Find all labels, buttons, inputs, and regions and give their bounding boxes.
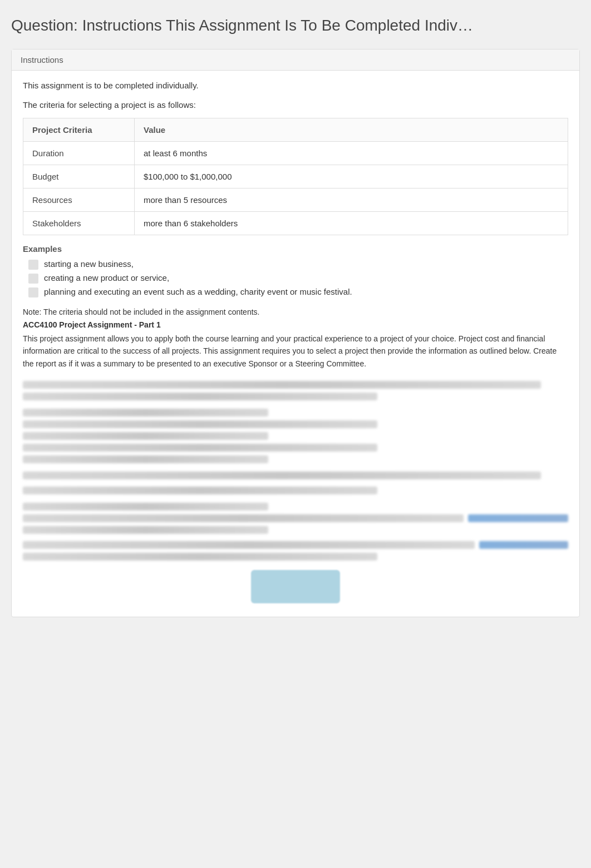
blurred-link	[468, 514, 568, 522]
list-item: planning and executing an event such as …	[28, 287, 568, 297]
blurred-line	[23, 444, 377, 452]
examples-list: starting a new business, creating a new …	[23, 259, 568, 297]
table-row: Duration at least 6 months	[23, 142, 568, 165]
page-title: Question: Instructions This Assignment I…	[11, 11, 580, 40]
bullet-icon	[28, 287, 38, 297]
value-budget: $100,000 to $1,000,000	[135, 165, 568, 189]
list-item: starting a new business,	[28, 259, 568, 270]
blurred-line	[23, 381, 541, 389]
blurred-line	[23, 472, 541, 479]
blurred-image	[251, 570, 340, 603]
value-stakeholders: more than 6 stakeholders	[135, 212, 568, 235]
criteria-duration: Duration	[23, 142, 135, 165]
example-text-1: starting a new business,	[44, 259, 134, 269]
card-body: This assignment is to be completed indiv…	[12, 71, 579, 617]
table-row: Stakeholders more than 6 stakeholders	[23, 212, 568, 235]
value-duration: at least 6 months	[135, 142, 568, 165]
table-header-row: Project Criteria Value	[23, 118, 568, 142]
blurred-line	[23, 553, 377, 561]
blurred-line	[23, 526, 268, 534]
blurred-line	[23, 514, 464, 522]
note-text: Note: The criteria should not be include…	[23, 306, 568, 318]
blurred-line	[23, 455, 268, 463]
blurred-line	[23, 420, 377, 428]
col-header-criteria: Project Criteria	[23, 118, 135, 142]
example-text-3: planning and executing an event such as …	[44, 287, 352, 296]
card-header: Instructions	[12, 49, 579, 71]
blurred-line	[23, 503, 268, 510]
blurred-line	[23, 432, 268, 440]
criteria-stakeholders: Stakeholders	[23, 212, 135, 235]
criteria-table: Project Criteria Value Duration at least…	[23, 118, 568, 235]
intro-line-1: This assignment is to be completed indiv…	[23, 80, 568, 92]
blurred-link	[479, 541, 568, 549]
table-row: Budget $100,000 to $1,000,000	[23, 165, 568, 189]
blurred-line	[23, 541, 475, 549]
blurred-line	[23, 393, 377, 400]
blurred-line	[23, 409, 268, 416]
list-item: creating a new product or service,	[28, 273, 568, 284]
assignment-title: ACC4100 Project Assignment - Part 1	[23, 320, 568, 329]
bullet-icon	[28, 260, 38, 270]
col-header-value: Value	[135, 118, 568, 142]
criteria-budget: Budget	[23, 165, 135, 189]
table-row: Resources more than 5 resources	[23, 189, 568, 212]
intro-line-2: The criteria for selecting a project is …	[23, 99, 568, 112]
blurred-content	[23, 376, 568, 608]
assignment-body: This project assignment allows you to ap…	[23, 333, 568, 370]
criteria-resources: Resources	[23, 189, 135, 212]
main-card: Instructions This assignment is to be co…	[11, 49, 580, 617]
examples-label: Examples	[23, 244, 568, 254]
value-resources: more than 5 resources	[135, 189, 568, 212]
bullet-icon	[28, 274, 38, 284]
blurred-line highlight	[23, 487, 377, 494]
example-text-2: creating a new product or service,	[44, 273, 169, 282]
